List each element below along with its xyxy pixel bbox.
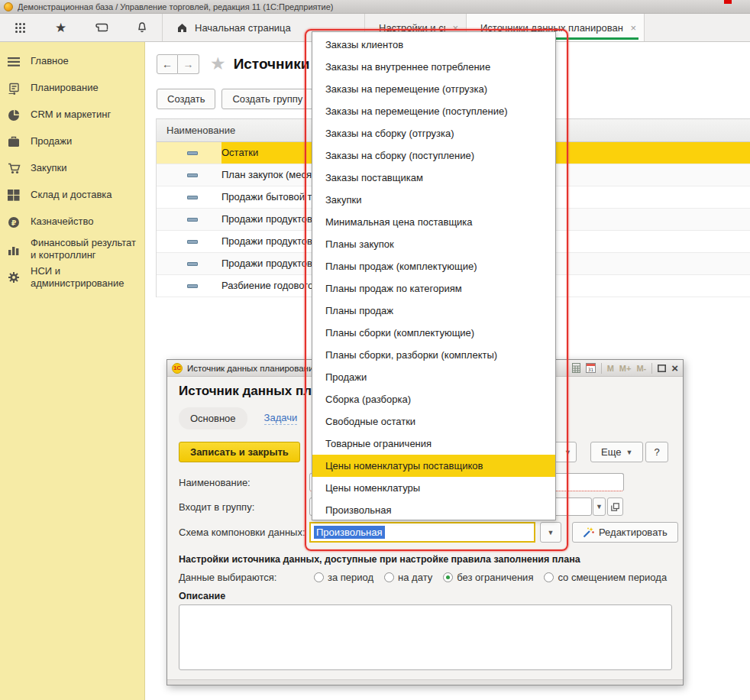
tab-tasks[interactable]: Задачи (264, 412, 298, 425)
tab-close-icon[interactable]: × (630, 23, 636, 33)
schema-selected-text: Произвольная (314, 526, 385, 539)
group-dropdown-button[interactable]: ▼ (593, 497, 606, 516)
open-window-icon (611, 503, 619, 511)
group-open-button[interactable] (607, 497, 623, 516)
1c-logo-icon: 1С (172, 363, 183, 374)
radio-za-period[interactable]: за период (314, 572, 373, 583)
radio-so-smescheniem[interactable]: со смещением периода (544, 572, 667, 583)
dialog-heading: Источник данных пл (179, 384, 312, 399)
sidebar-item-nsi-admin[interactable]: НСИ и администрирование (0, 264, 144, 292)
history-scroll-icon[interactable] (81, 14, 121, 41)
settings-section-header: Настройки источника данных, доступные пр… (179, 554, 580, 565)
radio-icon (384, 572, 394, 582)
tab-main[interactable]: Основное (179, 407, 247, 429)
favorite-star-icon[interactable]: ★ (210, 53, 226, 74)
dropdown-option[interactable]: Заказы на сборку (поступление) (312, 144, 555, 167)
tab-label: Начальная страница (195, 22, 291, 34)
radio-bez-ogranicheniya[interactable]: без ограничения (443, 572, 533, 583)
schema-combo-input[interactable]: Произвольная (309, 522, 535, 543)
save-and-close-button[interactable]: Записать и закрыть (179, 442, 300, 462)
dash-icon (187, 196, 198, 199)
memory-m-button[interactable]: M (607, 364, 614, 373)
description-label: Описание (179, 591, 225, 601)
dropdown-option[interactable]: Заказы на перемещение (отгрузка) (312, 78, 555, 100)
dropdown-option[interactable]: Планы закупок (312, 233, 555, 255)
briefcase-icon (7, 136, 21, 147)
back-button[interactable]: ← (157, 54, 178, 74)
radio-icon (544, 572, 554, 582)
sidebar-item-label: Казначейство (31, 216, 93, 228)
home-icon (176, 22, 188, 33)
memory-m-minus-button[interactable]: M- (636, 364, 646, 373)
dropdown-option[interactable]: Цены номенклатуры (312, 477, 555, 499)
calendar-icon[interactable]: 31 (586, 363, 596, 373)
memory-m-plus-button[interactable]: M+ (619, 364, 632, 373)
dropdown-option[interactable]: Планы сборки (комплектующие) (312, 322, 555, 344)
create-button[interactable]: Создать (157, 89, 215, 109)
dropdown-option[interactable]: Планы сборки, разборки (комплекты) (312, 344, 555, 366)
sidebar-item-main[interactable]: Главное (0, 48, 144, 75)
sidebar-item-label: Склад и доставка (31, 189, 112, 201)
favorites-star-icon[interactable]: ★ (40, 14, 81, 41)
notifications-bell-icon[interactable] (121, 14, 162, 41)
chevron-down-icon: ▼ (548, 529, 554, 536)
app-logo-icon (4, 2, 13, 11)
more-button[interactable]: Еще▼ (590, 442, 643, 462)
window-title-bar: Демонстрационная база / Управление торго… (0, 0, 750, 14)
dropdown-option[interactable]: Минимальная цена поставщика (312, 211, 555, 233)
dropdown-option[interactable]: Планы продаж (312, 300, 555, 322)
calculator-icon[interactable] (572, 363, 580, 373)
help-button[interactable]: ? (645, 442, 668, 462)
sidebar-item-treasury[interactable]: ₽ Казначейство (0, 209, 144, 235)
dash-icon (187, 262, 198, 266)
edit-schema-button[interactable]: Редактировать (572, 522, 678, 543)
radio-selected-icon (443, 572, 453, 582)
dropdown-option[interactable]: Закупки (312, 189, 555, 211)
sidebar-item-fin-result[interactable]: Финансовый результат и контроллинг (0, 235, 144, 264)
dropdown-option[interactable]: Заказы на перемещение (поступление) (312, 100, 555, 122)
list-toolbar: Создать Создать группу (157, 89, 313, 109)
dropdown-option[interactable]: Свободные остатки (312, 410, 555, 433)
create-group-button[interactable]: Создать группу (221, 89, 313, 109)
schema-dropdown-list: Заказы клиентов Заказы на внутреннее пот… (312, 31, 556, 520)
magic-wand-icon (583, 527, 594, 538)
radio-na-datu[interactable]: на дату (384, 572, 432, 583)
dropdown-option[interactable]: Продажи (312, 366, 555, 388)
data-select-label: Данные выбираются: (179, 572, 314, 583)
forward-button[interactable]: → (178, 54, 199, 74)
dropdown-option[interactable]: Планы продаж (комплектующие) (312, 255, 555, 277)
dash-icon (187, 284, 198, 288)
description-textarea[interactable] (179, 604, 672, 670)
dropdown-option[interactable]: Заказы на сборку (отгрузка) (312, 122, 555, 144)
chevron-down-icon: ▼ (626, 449, 632, 456)
sidebar-item-purchases[interactable]: Закупки (0, 155, 144, 182)
radio-icon (314, 572, 324, 582)
dropdown-option[interactable]: Заказы поставщикам (312, 167, 555, 189)
name-field-label: Наименование: (179, 477, 251, 488)
dropdown-option[interactable]: Заказы на внутреннее потребление (312, 56, 555, 78)
service-menu-icon[interactable] (0, 14, 40, 41)
schema-dropdown-button[interactable]: ▼ (540, 522, 561, 543)
sidebar-item-warehouse[interactable]: Склад и доставка (0, 182, 144, 209)
sidebar-item-label: Закупки (31, 162, 66, 174)
dropdown-option[interactable]: Заказы клиентов (312, 34, 555, 56)
dropdown-option[interactable]: Планы продаж по категориям (312, 277, 555, 300)
sidebar-item-crm[interactable]: CRM и маркетинг (0, 102, 144, 128)
menu-icon (7, 57, 21, 66)
sections-sidebar: Главное Планирование CRM и маркетинг Про… (0, 42, 145, 700)
window-title: Демонстрационная база / Управление торго… (18, 2, 333, 11)
dropdown-option[interactable]: Произвольная (312, 499, 555, 521)
schema-field-label: Схема компоновки данных: (179, 527, 305, 538)
close-icon[interactable]: × (671, 362, 678, 374)
sidebar-item-sales[interactable]: Продажи (0, 128, 144, 155)
dialog-tabs: Основное Задачи Мои (179, 407, 334, 429)
dash-icon (187, 173, 198, 177)
maximize-icon[interactable] (658, 365, 666, 372)
dropdown-option-highlighted[interactable]: Цены номенклатуры поставщиков (312, 455, 555, 477)
dialog-bottom-strip (167, 679, 683, 685)
dropdown-option[interactable]: Сборка (разборка) (312, 388, 555, 410)
data-select-radio-group: Данные выбираются: за период на дату без… (179, 572, 677, 583)
sidebar-item-planning[interactable]: Планирование (0, 75, 144, 102)
sidebar-item-label: Планирование (31, 82, 99, 94)
dropdown-option[interactable]: Товарные ограничения (312, 433, 555, 455)
